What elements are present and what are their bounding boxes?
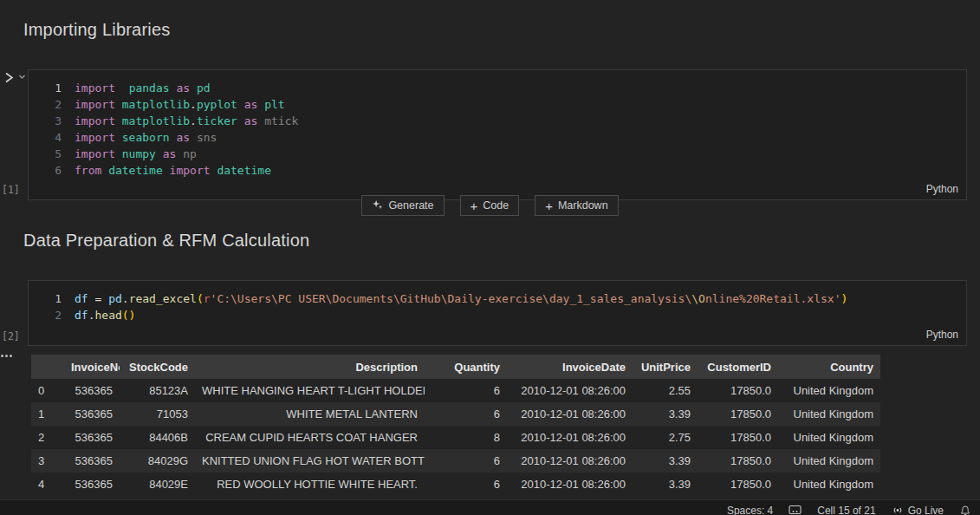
table-cell: 6 [425, 449, 507, 473]
markdown-heading-importing-libraries: Importing Libraries [23, 20, 170, 40]
add-markdown-button[interactable]: + Markdown [535, 195, 618, 216]
table-cell: 8 [425, 426, 507, 449]
table-cell: United Kingdom [778, 379, 880, 402]
table-cell: 2 [31, 426, 64, 449]
plus-icon: + [471, 199, 478, 212]
line-number: 5 [29, 146, 62, 162]
code-text: import numpy as np [75, 146, 197, 162]
status-bar: Spaces: 4 Cell 15 of 21 Go Live [0, 499, 980, 515]
table-row: 153636571053WHITE METAL LANTERN62010-12-… [31, 402, 880, 426]
chevron-down-icon[interactable] [18, 73, 26, 81]
table-cell: United Kingdom [778, 449, 880, 473]
table-cell: 1 [31, 402, 64, 426]
table-cell: 2010-12-01 08:26:00 [507, 426, 633, 449]
go-live-label: Go Live [908, 505, 944, 515]
table-header-cell: Country [778, 355, 880, 379]
table-cell: United Kingdom [778, 473, 880, 496]
code-line[interactable]: 3import matplotlib.ticker as mtick [29, 113, 966, 129]
dataframe-output-table: InvoiceNoStockCodeDescriptionQuantityInv… [31, 355, 880, 496]
table-cell: 71053 [120, 402, 195, 426]
table-header-cell: StockCode [120, 355, 195, 379]
code-text: import matplotlib.ticker as mtick [75, 113, 298, 129]
code-text: from datetime import datetime [75, 162, 271, 179]
run-cell-button[interactable] [3, 71, 26, 84]
table-cell: 536365 [64, 402, 120, 426]
code-text: import pandas as pd [75, 80, 211, 96]
run-chevron-icon [3, 71, 16, 84]
code-line[interactable]: 5import numpy as np [29, 146, 966, 162]
table-row: 353636584029GKNITTED UNION FLAG HOT WATE… [31, 449, 880, 473]
broadcast-icon [892, 505, 904, 515]
line-number: 1 [29, 80, 62, 96]
line-number: 2 [29, 96, 62, 113]
table-cell: 3.39 [633, 449, 698, 473]
notebook-code-cell-2: 1df = pd.read_excel(r'C:\Users\PC USER\D… [28, 280, 967, 346]
plus-icon: + [545, 199, 553, 212]
table-cell: 3 [31, 449, 64, 473]
language-label[interactable]: Python [926, 329, 958, 341]
more-actions-button[interactable] [1, 355, 12, 357]
table-header-cell: UnitPrice [633, 355, 698, 379]
generate-button[interactable]: Generate [361, 195, 444, 216]
language-label[interactable]: Python [926, 183, 958, 195]
line-number: 3 [29, 113, 62, 129]
table-cell: 2010-12-01 08:26:00 [507, 473, 633, 496]
table-cell: 536365 [64, 426, 120, 449]
table-cell: United Kingdom [778, 426, 880, 449]
code-text: import seaborn as sns [75, 129, 217, 146]
code-line[interactable]: 2import matplotlib.pyplot as plt [29, 96, 966, 113]
table-header-row: InvoiceNoStockCodeDescriptionQuantityInv… [31, 355, 880, 379]
code-line[interactable]: 6from datetime import datetime [29, 162, 966, 179]
table-cell: 536365 [64, 379, 120, 402]
cell-position-indicator[interactable]: Cell 15 of 21 [817, 505, 875, 515]
table-cell: 2.75 [633, 426, 698, 449]
table-cell: RED WOOLLY HOTTIE WHITE HEART. [195, 473, 425, 496]
table-cell: 6 [425, 402, 507, 426]
table-header-cell: Quantity [425, 355, 507, 379]
add-markdown-button-label: Markdown [558, 199, 608, 212]
code-editor[interactable]: 1df = pd.read_excel(r'C:\Users\PC USER\D… [29, 281, 966, 323]
table-cell: 84029G [120, 449, 195, 473]
table-cell: 4 [31, 473, 64, 496]
table-cell: 2.55 [633, 379, 698, 402]
table-cell: WHITE HANGING HEART T-LIGHT HOLDER [195, 379, 425, 402]
notifications-bell-icon[interactable] [959, 505, 971, 515]
table-cell: 6 [425, 379, 507, 402]
table-header-cell: CustomerID [698, 355, 778, 379]
generate-button-label: Generate [388, 199, 433, 212]
code-line[interactable]: 4import seaborn as sns [29, 129, 966, 146]
table-cell: United Kingdom [778, 402, 880, 426]
table-cell: 17850.0 [698, 426, 778, 449]
execution-count: [2] [2, 330, 20, 342]
code-line[interactable]: 2df.head() [29, 307, 966, 323]
table-cell: 536365 [64, 473, 120, 496]
go-live-button[interactable]: Go Live [892, 505, 944, 515]
execution-count: [1] [2, 184, 20, 196]
sparkle-icon [372, 199, 383, 212]
table-cell: 17850.0 [698, 449, 778, 473]
table-row: 453636584029ERED WOOLLY HOTTIE WHITE HEA… [31, 473, 880, 496]
window-icon[interactable] [789, 505, 802, 515]
table-cell: 536365 [64, 449, 120, 473]
table-cell: 2010-12-01 08:26:00 [507, 379, 633, 402]
code-editor[interactable]: 1import pandas as pd2import matplotlib.p… [29, 70, 966, 179]
line-number: 6 [29, 162, 62, 179]
indentation-indicator[interactable]: Spaces: 4 [727, 505, 773, 515]
table-cell: WHITE METAL LANTERN [195, 402, 425, 426]
code-text: df = pd.read_excel(r'C:\Users\PC USER\Do… [75, 290, 847, 307]
table-cell: CREAM CUPID HEARTS COAT HANGER [195, 426, 425, 449]
table-header-cell [31, 355, 64, 379]
table-cell: 3.39 [633, 402, 698, 426]
code-line[interactable]: 1df = pd.read_excel(r'C:\Users\PC USER\D… [29, 290, 966, 307]
table-header-cell: Description [195, 355, 425, 379]
code-text: import matplotlib.pyplot as plt [75, 96, 285, 113]
notebook-code-cell-1: 1import pandas as pd2import matplotlib.p… [28, 69, 967, 200]
line-number: 2 [29, 307, 62, 323]
add-code-button[interactable]: + Code [460, 195, 520, 216]
table-cell: 6 [425, 473, 507, 496]
code-line[interactable]: 1import pandas as pd [29, 80, 966, 96]
table-cell: 17850.0 [698, 402, 778, 426]
table-cell: 2010-12-01 08:26:00 [507, 402, 633, 426]
table-cell: 85123A [120, 379, 195, 402]
line-number: 4 [29, 129, 62, 146]
